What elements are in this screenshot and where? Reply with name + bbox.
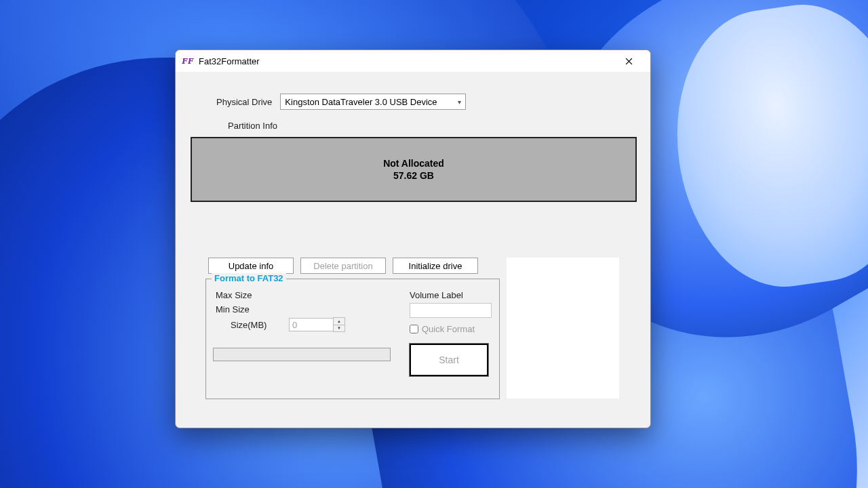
- physical-drive-select[interactable]: Kingston DataTraveler 3.0 USB Device ▾: [280, 94, 466, 110]
- initialize-drive-button[interactable]: Initialize drive: [393, 258, 478, 274]
- partition-status: Not Allocated: [383, 158, 444, 169]
- titlebar[interactable]: FF Fat32Formatter: [176, 50, 650, 72]
- chevron-down-icon: ▾: [458, 98, 461, 106]
- format-group-title: Format to FAT32: [212, 273, 286, 283]
- max-size-label: Max Size: [216, 290, 252, 300]
- size-mb-spinner[interactable]: ▲ ▼: [289, 317, 345, 332]
- partition-info-label: Partition Info: [228, 121, 277, 131]
- app-window: FF Fat32Formatter Physical Drive Kingsto…: [175, 49, 651, 428]
- delete-partition-button[interactable]: Delete partition: [300, 258, 386, 274]
- format-progress-bar: [213, 348, 391, 361]
- physical-drive-label: Physical Drive: [216, 97, 272, 107]
- partition-size: 57.62 GB: [393, 170, 434, 181]
- start-button[interactable]: Start: [410, 344, 488, 376]
- update-info-button[interactable]: Update info: [208, 258, 294, 274]
- quick-format-label: Quick Format: [422, 324, 475, 334]
- physical-drive-value: Kingston DataTraveler 3.0 USB Device: [285, 97, 458, 107]
- spinner-up-icon[interactable]: ▲: [334, 318, 344, 325]
- close-icon: [625, 58, 633, 65]
- close-button[interactable]: [614, 51, 644, 71]
- volume-label-input[interactable]: [410, 303, 492, 318]
- size-mb-input[interactable]: [289, 318, 333, 331]
- window-title: Fat32Formatter: [199, 56, 614, 66]
- min-size-label: Min Size: [216, 304, 250, 314]
- size-mb-label: Size(MB): [231, 320, 267, 330]
- quick-format-option[interactable]: Quick Format: [410, 324, 475, 334]
- volume-label-caption: Volume Label: [410, 290, 463, 300]
- spinner-down-icon[interactable]: ▼: [334, 325, 344, 332]
- quick-format-checkbox[interactable]: [410, 325, 418, 333]
- app-icon: FF: [182, 56, 193, 66]
- side-panel: [507, 258, 619, 399]
- partition-map[interactable]: Not Allocated 57.62 GB: [191, 137, 637, 202]
- format-groupbox: Format to FAT32 Max Size Min Size Size(M…: [205, 279, 500, 399]
